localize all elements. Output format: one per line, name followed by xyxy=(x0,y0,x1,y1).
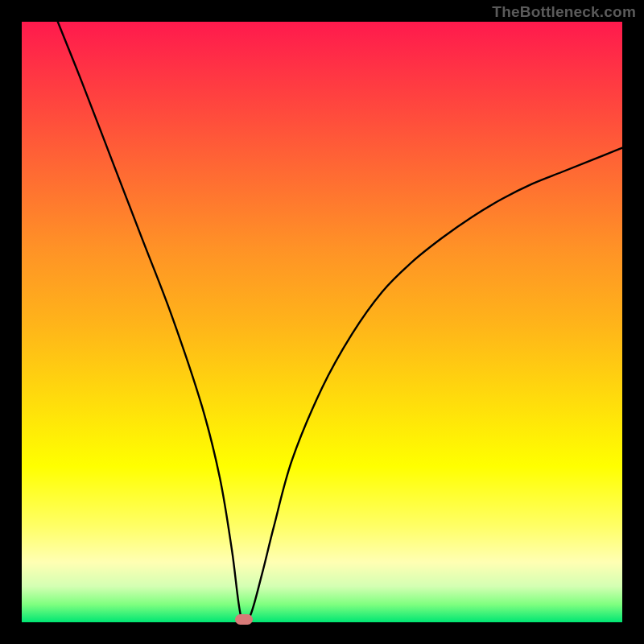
outer-frame: TheBottleneck.com xyxy=(0,0,644,644)
optimal-point-marker xyxy=(235,614,253,625)
plot-area xyxy=(22,22,622,622)
watermark-text: TheBottleneck.com xyxy=(492,3,636,21)
bottleneck-curve xyxy=(22,22,622,622)
